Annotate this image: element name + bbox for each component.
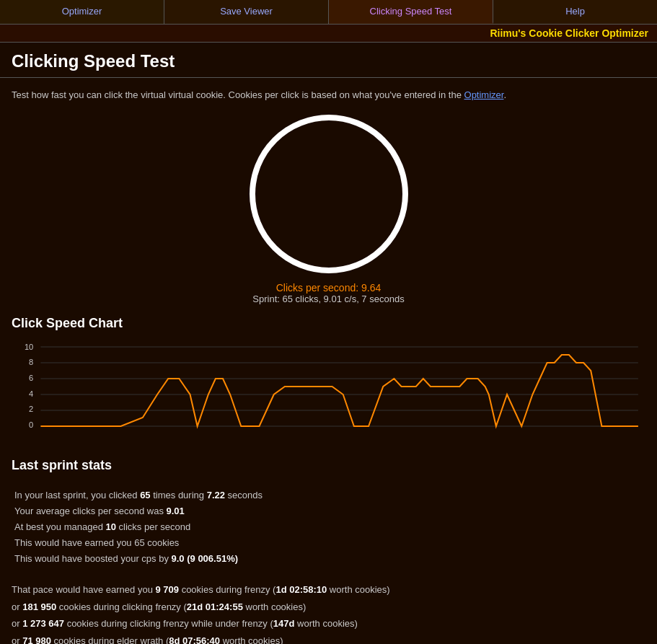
page-title: Clicking Speed Test (0, 43, 657, 78)
stat-line-4: This would have earned you 65 cookies (14, 535, 643, 551)
click-speed-chart: 10 8 6 4 2 0 (12, 340, 645, 441)
content-area: Test how fast you can click the virtual … (0, 78, 657, 644)
frenzy-block: That pace would have earned you 9 709 co… (12, 581, 645, 644)
frenzy-line-3: or 1 273 647 cookies during clicking fre… (12, 615, 645, 632)
description-text-prefix: Test how fast you can click the virtual … (12, 89, 464, 100)
svg-text:10: 10 (25, 343, 33, 351)
stat-line-1: In your last sprint, you clicked 65 time… (14, 488, 643, 503)
navigation: Optimizer Save Viewer Clicking Speed Tes… (0, 0, 657, 25)
chart-title: Click Speed Chart (12, 316, 645, 331)
stat-line-2: Your average clicks per second was 9.01 (14, 503, 643, 519)
stat-line-3: At best you managed 10 clicks per second (14, 519, 643, 535)
nav-save-viewer[interactable]: Save Viewer (164, 0, 329, 24)
optimizer-link[interactable]: Optimizer (464, 89, 504, 100)
stats-title: Last sprint stats (12, 458, 645, 473)
description-text-suffix: . (503, 89, 506, 100)
svg-text:2: 2 (29, 405, 33, 413)
svg-text:6: 6 (29, 374, 33, 382)
nav-clicking-speed-test[interactable]: Clicking Speed Test (329, 0, 493, 24)
brand-name: Riimu's Cookie Clicker Optimizer (490, 27, 648, 39)
nav-optimizer[interactable]: Optimizer (0, 0, 164, 24)
nav-help[interactable]: Help (493, 0, 657, 24)
stats-block: In your last sprint, you clicked 65 time… (12, 482, 645, 573)
chart-container: 10 8 6 4 2 0 (12, 340, 645, 441)
stat-line-5: This would have boosted your cps by 9.0 … (14, 551, 643, 567)
sprint-info: Sprint: 65 clicks, 9.01 c/s, 7 seconds (252, 294, 404, 304)
svg-text:0: 0 (29, 420, 33, 429)
frenzy-line-2: or 181 950 cookies during clicking frenz… (12, 599, 645, 615)
svg-text:4: 4 (29, 389, 33, 398)
svg-text:8: 8 (29, 358, 33, 366)
frenzy-line-1: That pace would have earned you 9 709 co… (12, 581, 645, 598)
cookie-button[interactable] (250, 115, 408, 273)
description: Test how fast you can click the virtual … (12, 89, 645, 100)
cookie-container: Clicks per second: 9.64 Sprint: 65 click… (12, 115, 645, 304)
frenzy-line-4: or 71 980 cookies during elder wrath (8d… (12, 632, 645, 644)
clicks-per-second: Clicks per second: 9.64 (276, 282, 382, 294)
brand-header: Riimu's Cookie Clicker Optimizer (0, 25, 657, 43)
